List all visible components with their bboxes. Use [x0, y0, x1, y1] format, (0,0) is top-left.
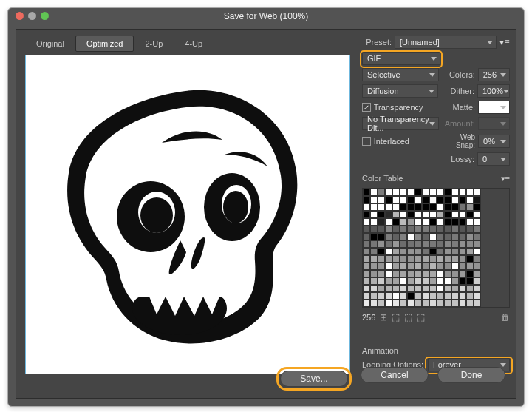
animation-label: Animation: [362, 346, 510, 355]
done-button[interactable]: Done: [437, 367, 505, 383]
traffic-zoom-icon[interactable]: [41, 12, 49, 20]
button-row: Save... Cancel Done: [276, 367, 505, 391]
panel-menu-icon[interactable]: ▾≡: [501, 174, 510, 183]
chevron-down-icon: [500, 158, 506, 161]
title-bar: Save for Web (100%): [8, 8, 524, 24]
chevron-down-icon: [500, 140, 506, 143]
chevron-down-icon: [429, 73, 435, 77]
chevron-down-icon: [431, 57, 437, 61]
ct-icon-2[interactable]: ⬚: [392, 312, 400, 322]
dither-alg-dropdown[interactable]: Diffusion: [362, 84, 438, 98]
transparency-checkbox[interactable]: [362, 103, 371, 112]
color-reduction-dropdown[interactable]: Selective: [362, 68, 439, 81]
svg-point-5: [223, 191, 248, 223]
dither-stepper[interactable]: 100%: [477, 84, 510, 98]
preset-menu-icon[interactable]: ▾≡: [499, 37, 510, 47]
preset-dropdown[interactable]: [Unnamed]: [395, 36, 497, 49]
trash-icon[interactable]: 🗑: [501, 312, 510, 322]
traffic-minimize-icon: [28, 12, 36, 20]
chevron-down-icon: [429, 122, 435, 126]
traffic-close-icon[interactable]: [16, 12, 24, 20]
ct-icon-4[interactable]: ⬚: [417, 312, 425, 322]
matte-dropdown[interactable]: [478, 101, 510, 114]
tab-original[interactable]: Original: [25, 36, 75, 52]
window-title: Save for Web (100%): [8, 11, 524, 21]
chevron-down-icon: [429, 90, 434, 93]
chevron-down-icon: [500, 363, 506, 367]
format-dropdown[interactable]: GIF: [362, 52, 440, 65]
color-table-label: Color Table: [362, 174, 403, 183]
ct-icon-1[interactable]: ⊞: [380, 312, 387, 322]
preview-tabs: Original Optimized 2-Up 4-Up: [25, 36, 214, 52]
websnap-label: Web Snap:: [443, 133, 475, 149]
chevron-down-icon: [500, 122, 506, 126]
dialog-content: Original Optimized 2-Up 4-Up: [16, 29, 516, 399]
transparency-label: Transparency: [374, 103, 440, 112]
tab-optimized[interactable]: Optimized: [75, 36, 134, 52]
lossy-stepper[interactable]: 0: [477, 152, 510, 166]
lock-icon[interactable]: ⬚: [404, 312, 412, 322]
tab-2up[interactable]: 2-Up: [134, 36, 174, 52]
color-table-panel: Color Table ▾≡ 256 ⊞ ⬚ ⬚ ⬚ 🗑: [362, 174, 510, 322]
preset-label: Preset:: [362, 38, 392, 47]
cancel-button[interactable]: Cancel: [361, 367, 429, 383]
dialog-window: Save for Web (100%) Original Optimized 2…: [7, 7, 525, 407]
colors-stepper[interactable]: 256: [478, 68, 510, 81]
dither-label: Dither:: [441, 87, 474, 95]
amount-label: Amount:: [442, 119, 475, 128]
preview-canvas: [25, 55, 350, 374]
colors-label: Colors:: [442, 70, 475, 79]
color-table-grid[interactable]: [362, 188, 510, 308]
svg-point-2: [140, 197, 173, 233]
chevron-down-icon: [500, 106, 506, 109]
skull-artwork: [62, 78, 313, 351]
color-count: 256: [362, 313, 375, 322]
interlaced-label: Interlaced: [374, 137, 440, 146]
save-button[interactable]: Save...: [280, 371, 348, 387]
interlaced-checkbox[interactable]: [362, 137, 371, 146]
matte-label: Matte:: [443, 103, 475, 112]
chevron-down-icon: [503, 90, 509, 93]
chevron-down-icon: [487, 41, 493, 44]
lossy-label: Lossy:: [440, 155, 474, 163]
amount-stepper: [478, 117, 510, 130]
trans-dither-dropdown[interactable]: No Transparency Dit...: [362, 117, 439, 130]
chevron-down-icon: [500, 73, 506, 77]
websnap-stepper[interactable]: 0%: [478, 135, 510, 148]
options-panel: Preset: [Unnamed] ▾≡ GIF Selective Color…: [362, 36, 510, 169]
tab-4up[interactable]: 4-Up: [174, 36, 214, 52]
highlight-save: Save...: [276, 367, 352, 391]
